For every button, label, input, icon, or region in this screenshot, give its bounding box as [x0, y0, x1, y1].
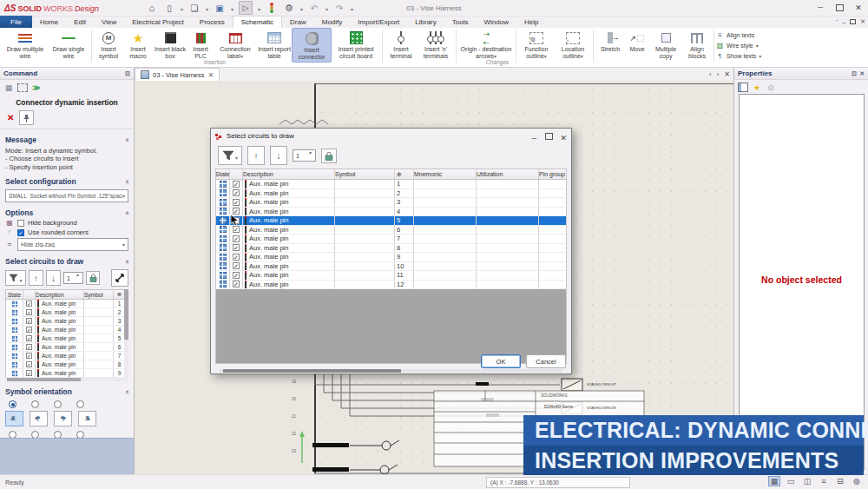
mdi-close-icon[interactable]: ✕ [860, 18, 865, 25]
lock-icon[interactable] [86, 271, 100, 285]
align-texts-button[interactable]: Align texts [716, 30, 761, 39]
filter-button[interactable] [218, 146, 242, 165]
use-rounded-corners-checkbox[interactable]: ✓ [17, 229, 24, 236]
panel-pin-icon[interactable]: ⊡ [125, 70, 130, 77]
mdi-minimize-icon[interactable]: ‒ [842, 19, 845, 25]
new-caret-icon[interactable] [181, 3, 183, 13]
selection-rectangle-icon[interactable] [17, 83, 28, 92]
orientation-right-icon[interactable] [78, 411, 96, 426]
orientation-up-right-icon[interactable] [54, 411, 72, 426]
insert-symbol-button[interactable]: MInsert symbol [94, 28, 123, 63]
show-texts-button[interactable]: Show texts [716, 51, 761, 60]
grid-toggle-icon[interactable] [768, 476, 780, 486]
dialog-maximize-icon[interactable] [545, 133, 553, 140]
tab-close-icon[interactable]: ✕ [207, 71, 214, 79]
tab-next-icon[interactable]: › [717, 70, 720, 78]
orientation-left-icon[interactable] [5, 411, 23, 426]
circuit-row[interactable]: ✓ Aux. male pin 7 [215, 235, 567, 244]
insert-connector-button[interactable]: Insert connector [292, 28, 332, 63]
property-form-icon[interactable] [738, 83, 748, 92]
ok-button[interactable]: OK [481, 354, 521, 368]
save-caret-icon[interactable] [231, 3, 233, 13]
orientation-up-left-icon[interactable] [30, 411, 48, 426]
orientation-radio-4[interactable] [76, 400, 84, 408]
circuit-row[interactable]: ✓ Aux. male pin 12 [215, 281, 567, 290]
keyboard-shortcuts-icon[interactable] [3, 83, 14, 92]
close-button[interactable] [849, 0, 868, 15]
section-select-configuration[interactable]: Select configuration« [0, 177, 134, 186]
menu-tab[interactable]: Home [32, 16, 66, 28]
circuit-row[interactable]: ✓ Aux. male pin 3 [215, 198, 567, 208]
mini-table-vscrollbar[interactable] [124, 289, 128, 381]
origin-destination-button[interactable]: ⇢⇠Origin - destination arrows [458, 28, 514, 63]
hide-background-option[interactable]: ▦ Hide background [0, 217, 134, 227]
circuit-row[interactable]: ✓ Aux. male pin 1 [215, 180, 567, 189]
mini-circuit-row[interactable]: ✓ Aux. male pin 9 [5, 369, 128, 378]
move-down-button[interactable]: ↓ [46, 270, 61, 286]
mini-circuit-row[interactable]: ✓ Aux. male pin 5 [5, 334, 128, 343]
mini-circuit-row[interactable]: ✓ Aux. male pin 1 [5, 300, 128, 308]
menu-tab[interactable]: View [94, 16, 124, 28]
circuit-row[interactable]: ✓ Aux. male pin 2 [215, 189, 567, 199]
undo-icon[interactable] [308, 2, 320, 14]
multiple-copy-button[interactable]: Multiple copy [649, 28, 682, 63]
mini-circuit-row[interactable]: ✓ Aux. male pin 4 [5, 326, 128, 334]
mini-circuit-row[interactable]: ✓ Aux. male pin 6 [5, 343, 128, 352]
menu-tab[interactable]: Modify [314, 16, 351, 28]
dialog-hscrollbar[interactable] [220, 369, 562, 373]
function-outline-button[interactable]: ⚙Function outline [518, 28, 555, 63]
ribbon-collapse-icon[interactable]: ˆ [836, 19, 838, 25]
document-tab[interactable]: 03 - Vise Harness ✕ [135, 68, 220, 81]
cancel-button[interactable]: Cancel [526, 354, 566, 368]
save-icon[interactable] [214, 2, 226, 14]
insert-terminal-button[interactable]: Insert terminal [385, 28, 418, 63]
pin-command-button[interactable] [19, 110, 34, 125]
stretch-button[interactable]: Stretch [595, 28, 625, 63]
orientation-radio-2[interactable] [31, 400, 39, 408]
cancel-command-icon[interactable]: ✕ [7, 113, 14, 122]
insert-n-terminals-button[interactable]: Insert 'n' terminals [418, 28, 454, 63]
continue-icon[interactable] [31, 83, 42, 92]
panel-close-icon[interactable]: ✕ [859, 70, 865, 77]
open-project-icon[interactable] [188, 2, 201, 14]
dialog-minimize-icon[interactable] [531, 129, 538, 144]
insert-macro-button[interactable]: Insert macro [123, 28, 153, 63]
circuit-row[interactable]: ✓ Aux. male pin 10 [215, 262, 567, 272]
favorites-icon[interactable] [752, 83, 762, 92]
new-document-icon[interactable] [163, 2, 175, 14]
circuit-row[interactable]: ✓ Aux. male pin 4 [215, 208, 567, 217]
lock-icon[interactable] [321, 149, 337, 163]
mdi-restore-icon[interactable] [850, 19, 856, 25]
align-blocks-button[interactable]: Align blocks [682, 28, 712, 63]
orientation-radio-1[interactable] [9, 400, 16, 408]
zigzag-select[interactable]: Hide zig-zag [17, 238, 128, 251]
home-icon[interactable] [146, 2, 158, 14]
hide-background-checkbox[interactable] [17, 220, 24, 227]
menu-tab[interactable]: File [0, 16, 32, 28]
mini-circuit-row[interactable]: ✓ Aux. male pin 3 [5, 317, 128, 326]
draw-multiple-wire-button[interactable]: Draw multiple wire [3, 28, 48, 63]
dialog-titlebar[interactable]: Select circuits to draw [211, 129, 571, 143]
configuration-select[interactable]: SMALL_Socket without Pin Symbol .125"spa… [5, 189, 128, 202]
move-up-button[interactable]: ↑ [247, 146, 265, 165]
wire-style-button[interactable]: Wire style [716, 41, 761, 50]
circuit-row[interactable]: ✓ Aux. male pin 6 [215, 226, 567, 235]
move-button[interactable]: Move [625, 28, 649, 63]
select-tool-icon[interactable] [239, 1, 253, 15]
split-view-icon[interactable] [801, 476, 813, 486]
circuit-row[interactable]: ✓ Aux. male pin 8 [215, 244, 567, 254]
settings-icon[interactable] [283, 2, 295, 14]
menu-tab[interactable]: Draw [282, 16, 314, 28]
help-icon[interactable] [766, 83, 776, 92]
sheet-view-icon[interactable] [785, 476, 797, 486]
insert-report-table-button[interactable]: Insert report table [257, 28, 292, 63]
select-caret-icon[interactable] [258, 3, 260, 13]
panel-pin-icon[interactable]: ⊡ [852, 70, 857, 77]
orientation-radio-3[interactable] [54, 400, 62, 408]
mini-table-hscrollbar[interactable] [5, 378, 128, 381]
rounded-corners-option[interactable]: ◜ ✓ Use rounded corners [0, 227, 134, 236]
restore-button[interactable] [830, 0, 849, 15]
open-caret-icon[interactable] [206, 3, 208, 13]
menu-tab[interactable]: Help [516, 16, 546, 28]
menu-tab[interactable]: Window [476, 16, 516, 28]
